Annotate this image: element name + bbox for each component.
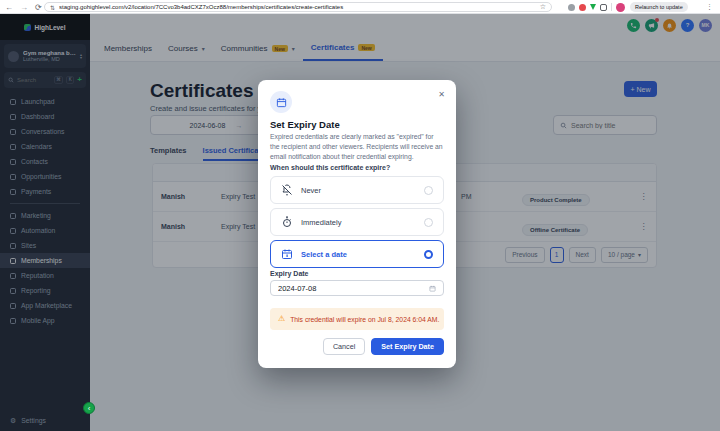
expiry-options: Never Immediately — [270, 176, 444, 272]
modal-footer: Cancel Set Expiry Date — [270, 338, 444, 355]
cancel-button[interactable]: Cancel — [323, 338, 365, 355]
url-text[interactable]: staging.gohighlevel.com/v2/location/7CCv… — [59, 4, 536, 10]
app-window: ? MK Memberships Courses ▾ Communities N… — [0, 14, 720, 431]
calendar-icon — [270, 91, 292, 113]
stopwatch-icon — [281, 216, 293, 228]
expiry-option-select-a-date[interactable]: Select a date — [270, 240, 444, 268]
expiry-date-input[interactable] — [278, 284, 425, 293]
set-expiry-date-modal: ✕ Set Expiry Date Expired credentials ar… — [258, 80, 456, 368]
extension-icon[interactable] — [590, 4, 596, 10]
modal-description: Expired credentials are clearly marked a… — [270, 132, 444, 163]
browser-menu-icon[interactable]: ⋮ — [706, 0, 713, 14]
radio-button[interactable] — [424, 186, 433, 195]
browser-back-icon[interactable]: ← — [5, 3, 13, 12]
expiry-date-field[interactable] — [270, 280, 444, 296]
divider — [611, 3, 612, 11]
warning-icon: ⚠ — [278, 315, 285, 323]
modal-question: When should this certificate expire? — [270, 164, 390, 171]
browser-forward-icon[interactable]: → — [20, 3, 28, 12]
expiry-date-label: Expiry Date — [270, 270, 309, 277]
browser-profile-avatar[interactable] — [616, 3, 625, 12]
sidebar-collapse-button[interactable]: ‹ — [83, 402, 95, 414]
bell-off-icon — [281, 184, 293, 196]
extensions-puzzle-icon[interactable] — [600, 4, 607, 11]
expiry-option-immediately[interactable]: Immediately — [270, 208, 444, 236]
set-expiry-date-button[interactable]: Set Expiry Date — [371, 338, 444, 355]
calendar-icon[interactable] — [429, 285, 436, 292]
relaunch-to-update-button[interactable]: Relaunch to update — [630, 2, 688, 12]
bookmark-star-icon[interactable]: ☆ — [540, 3, 546, 11]
expiry-warning: ⚠ This credential will expire on Jul 8, … — [270, 308, 444, 330]
extension-icon[interactable] — [579, 4, 586, 11]
radio-button[interactable] — [424, 218, 433, 227]
radio-button[interactable] — [424, 250, 433, 259]
expiry-option-never[interactable]: Never — [270, 176, 444, 204]
warning-text: This credential will expire on Jul 8, 20… — [290, 316, 439, 323]
close-icon[interactable]: ✕ — [438, 90, 445, 99]
address-bar[interactable]: ⇅ staging.gohighlevel.com/v2/location/7C… — [44, 2, 552, 12]
calendar-icon — [281, 248, 293, 260]
modal-title: Set Expiry Date — [270, 119, 340, 130]
browser-reload-icon[interactable]: ⟳ — [35, 3, 42, 12]
browser-chrome: ← → ⟳ ⇅ staging.gohighlevel.com/v2/locat… — [0, 0, 720, 14]
extension-icon[interactable] — [568, 4, 575, 11]
site-info-icon[interactable]: ⇅ — [50, 4, 55, 11]
